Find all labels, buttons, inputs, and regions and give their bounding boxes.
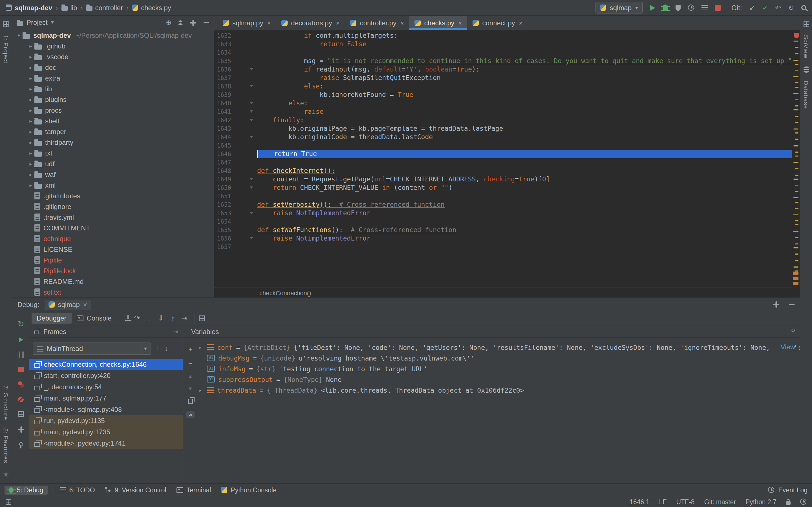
tree-item[interactable]: LICENSE — [12, 244, 214, 255]
tree-item[interactable]: ▸waf — [12, 169, 214, 180]
stack-frame[interactable]: <module>, sqlmap.py:408 — [29, 404, 183, 415]
locate-file-icon[interactable]: ⊕ — [166, 19, 171, 26]
gutter[interactable] — [231, 108, 257, 116]
notifications-icon[interactable] — [800, 499, 806, 505]
collapsed-icon[interactable]: ▸ — [27, 86, 35, 92]
code-text[interactable]: def setVerbosity(): # Cross-referenced f… — [257, 201, 792, 209]
collapsed-icon[interactable]: ▸ — [27, 161, 35, 166]
warning-mark[interactable] — [794, 214, 799, 215]
line-number[interactable]: 1642 — [214, 116, 231, 124]
code-text[interactable]: return False — [257, 40, 792, 48]
warning-mark[interactable] — [794, 59, 799, 61]
variable-row[interactable]: 01suppressOutput={NoneType}None — [197, 374, 800, 385]
code-text[interactable] — [257, 192, 792, 201]
code-text[interactable] — [257, 142, 792, 150]
line-number[interactable]: 1641 — [214, 108, 231, 116]
warning-mark[interactable] — [795, 260, 799, 261]
gutter[interactable] — [231, 82, 257, 91]
gutter[interactable] — [231, 201, 257, 209]
toolwindow-button[interactable]: Terminal — [172, 485, 215, 494]
code-line[interactable]: 1651 — [214, 192, 792, 201]
code-text[interactable]: if readInput(msg, default='Y', boolean=T… — [257, 65, 792, 74]
show-watches-icon[interactable]: ∞ — [186, 411, 195, 418]
gear-icon[interactable] — [190, 19, 196, 25]
warning-mark[interactable] — [794, 41, 799, 42]
warning-mark[interactable] — [794, 93, 799, 94]
chevron-down-icon[interactable] — [51, 21, 54, 24]
debug-button[interactable] — [663, 4, 668, 11]
code-line[interactable]: 1644 kb.originalCode = threadData.lastCo… — [214, 133, 792, 142]
step-into-icon[interactable]: ↓ — [143, 314, 155, 322]
warning-mark[interactable] — [795, 70, 799, 71]
close-icon[interactable]: × — [458, 19, 462, 26]
toolwindow-button-structure[interactable]: 7: Structure — [3, 385, 9, 420]
line-number[interactable]: 1652 — [214, 201, 231, 209]
status-widget[interactable]: Git: master — [704, 498, 736, 505]
close-icon[interactable]: × — [336, 19, 340, 26]
tree-item[interactable]: sql.txt — [12, 287, 214, 297]
code-line[interactable]: 1642 finally: — [214, 116, 792, 124]
code-text[interactable]: raise — [257, 108, 792, 116]
line-number[interactable]: 1640 — [214, 99, 231, 108]
warning-mark[interactable] — [794, 76, 799, 77]
code-line[interactable]: 1637 raise SqlmapSilentQuitException — [214, 74, 792, 82]
warning-mark[interactable] — [795, 243, 799, 244]
sciview-icon[interactable] — [803, 21, 809, 27]
toolwindow-button[interactable]: Python Console — [216, 485, 281, 494]
stack-frame[interactable]: _, decorators.py:54 — [29, 381, 183, 393]
code-text[interactable]: def checkInternet(): — [257, 167, 792, 175]
code-text[interactable]: raise NotImplementedError — [257, 209, 792, 217]
warning-mark[interactable] — [794, 162, 799, 163]
warning-mark[interactable] — [795, 132, 799, 133]
tree-item[interactable]: echnique — [12, 233, 214, 244]
tree-item[interactable]: ▸udf — [12, 158, 214, 169]
code-line[interactable]: 1635 msg = "it is not recommended to con… — [214, 57, 792, 65]
warning-mark[interactable] — [794, 110, 799, 111]
collapsed-icon[interactable]: ▸ — [27, 118, 35, 124]
line-number[interactable]: 1654 — [214, 217, 231, 226]
warning-mark[interactable] — [795, 156, 799, 157]
collapsed-icon[interactable]: ▸ — [27, 107, 35, 113]
stack-frame[interactable]: <module>, pydevd.py:1741 — [29, 438, 183, 449]
tree-item[interactable]: ▸extra — [12, 73, 214, 83]
fold-marker-icon[interactable] — [250, 237, 253, 239]
tree-item[interactable]: ▸.github — [12, 41, 214, 51]
tree-item[interactable]: ▸xml — [12, 180, 214, 190]
toolwindow-button[interactable]: 5: Debug — [4, 485, 48, 494]
warning-mark[interactable] — [795, 202, 799, 203]
breadcrumb-item[interactable]: sqlmap-dev — [6, 4, 52, 11]
code-text[interactable]: raise SqlmapSilentQuitException — [257, 74, 792, 82]
tree-item[interactable]: Pipfile.lock — [12, 265, 214, 276]
line-number[interactable]: 1648 — [214, 167, 231, 175]
code-line[interactable]: 1632 if conf.multipleTargets: — [214, 32, 792, 40]
tree-item[interactable]: .gitattributes — [12, 190, 214, 201]
line-number[interactable]: 1656 — [214, 234, 231, 243]
debug-session-tab[interactable]: sqlmap × — [44, 299, 91, 309]
toolwindow-button[interactable]: 9: Version Control — [101, 485, 171, 494]
stop-icon[interactable] — [18, 367, 24, 372]
line-number[interactable]: 1647 — [214, 158, 231, 167]
warning-mark[interactable] — [795, 139, 799, 140]
expand-arrow-icon[interactable]: ▸ — [197, 387, 204, 393]
warning-mark[interactable] — [795, 116, 799, 117]
frames-options-icon[interactable]: ⇥ — [172, 328, 178, 335]
run-button[interactable] — [650, 5, 655, 10]
tree-item[interactable]: ▸shell — [12, 115, 214, 126]
collapse-all-icon[interactable] — [178, 20, 183, 25]
breadcrumb-item[interactable]: lib — [61, 4, 77, 11]
editor-tab-connect.py[interactable]: connect.py× — [467, 16, 528, 30]
tree-item[interactable]: ▸txt — [12, 148, 214, 158]
code-text[interactable]: return CHECK_INTERNET_VALUE in (content … — [257, 184, 792, 192]
warning-mark[interactable] — [795, 122, 799, 123]
code-text[interactable]: else: — [257, 82, 792, 91]
expand-arrow-icon[interactable]: ▸ — [197, 344, 204, 350]
hide-panel-icon[interactable] — [789, 304, 795, 305]
status-widget[interactable]: Python 2.7 — [746, 498, 776, 505]
warning-mark[interactable] — [794, 198, 799, 199]
git-commit-icon[interactable]: ✓ — [762, 4, 768, 11]
tree-item[interactable]: Pipfile — [12, 255, 214, 265]
line-number[interactable]: 1633 — [214, 40, 231, 48]
editor-tab-decorators.py[interactable]: decorators.py× — [276, 16, 345, 30]
run-config-selector[interactable]: sqlmap — [596, 2, 643, 13]
tree-item[interactable]: ▸procs — [12, 105, 214, 115]
